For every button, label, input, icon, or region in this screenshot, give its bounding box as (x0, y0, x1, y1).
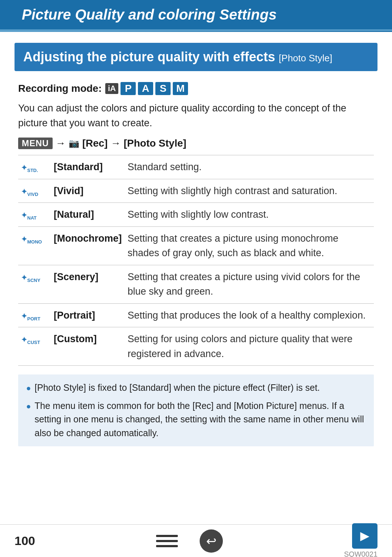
bottom-bar: 100 ↩ ► SQW0021 (0, 524, 392, 557)
row-name: [Standard] (51, 155, 124, 179)
row-desc: Setting that creates a picture using viv… (124, 265, 374, 303)
table-row: ✦MONO [Monochrome] Setting that creates … (18, 226, 374, 265)
arrow2: → (111, 138, 121, 149)
row-name: [Scenery] (51, 265, 124, 303)
header-underline (0, 31, 392, 32)
main-content: Recording mode: iA P A S M You can adjus… (0, 71, 392, 454)
table-row: ✦VIVD [Vivid] Setting with slightly high… (18, 179, 374, 203)
row-desc: Setting with slightly low contrast. (124, 203, 374, 227)
row-name: [Portrait] (51, 303, 124, 327)
row-name: [Natural] (51, 203, 124, 227)
row-name: [Custom] (51, 327, 124, 366)
page-header: Picture Quality and coloring Settings (0, 0, 392, 31)
description-text: You can adjust the colors and picture qu… (18, 101, 374, 130)
table-row: ✦STD. [Standard] Standard setting. (18, 155, 374, 179)
bottom-right: ► SQW0021 (344, 523, 377, 557)
style-label: [Photo Style] (124, 138, 187, 149)
camera-icon: 📷 (69, 138, 79, 148)
menu-line-2 (156, 540, 178, 542)
row-desc: Setting for using colors and picture qua… (124, 327, 374, 366)
table-row: ✦PORT [Portrait] Setting that produces t… (18, 303, 374, 327)
row-icon: ✦PORT (18, 303, 51, 327)
recording-mode-row: Recording mode: iA P A S M (18, 82, 374, 95)
row-desc: Setting that produces the look of a heal… (124, 303, 374, 327)
row-icon: ✦CUST (18, 327, 51, 366)
note-text: [Photo Style] is fixed to [Standard] whe… (34, 381, 320, 395)
menu-line-3 (156, 545, 178, 547)
row-icon: ✦NAT (18, 203, 51, 227)
section-title: Adjusting the picture quality with effec… (23, 49, 332, 64)
note-bullet: ● (26, 400, 31, 412)
bottom-icons: ↩ (156, 529, 223, 553)
recording-mode-label: Recording mode: (18, 83, 102, 94)
note-bullet: ● (26, 382, 31, 394)
mode-ia-icon: iA (105, 83, 118, 94)
row-name: [Monochrome] (51, 226, 124, 265)
page-number: 100 (15, 534, 35, 548)
menu-path: MENU → 📷 [Rec] → [Photo Style] (18, 138, 374, 149)
row-icon: ✦VIVD (18, 179, 51, 203)
menu-line-1 (156, 535, 178, 537)
table-row: ✦SCNY [Scenery] Setting that creates a p… (18, 265, 374, 303)
menu-label: MENU (18, 138, 53, 149)
row-desc: Standard setting. (124, 155, 374, 179)
row-icon: ✦SCNY (18, 265, 51, 303)
page-title: Picture Quality and coloring Settings (22, 7, 277, 22)
row-name: [Vivid] (51, 179, 124, 203)
note-text: The menu item is common for both the [Re… (34, 399, 366, 440)
notes-box: ● [Photo Style] is fixed to [Standard] w… (18, 374, 374, 446)
mode-icons: iA P A S M (105, 82, 188, 95)
arrow1: → (56, 138, 66, 149)
settings-table: ✦STD. [Standard] Standard setting. ✦VIVD… (18, 155, 374, 366)
row-icon: ✦STD. (18, 155, 51, 179)
model-number: SQW0021 (344, 550, 377, 557)
section-header: Adjusting the picture quality with effec… (15, 43, 377, 71)
mode-p-icon: P (121, 82, 136, 95)
mode-m-icon: M (173, 82, 188, 95)
mode-s-icon: S (155, 82, 171, 95)
row-icon: ✦MONO (18, 226, 51, 265)
note-item: ● [Photo Style] is fixed to [Standard] w… (26, 381, 366, 395)
note-item: ● The menu item is common for both the [… (26, 399, 366, 440)
back-icon[interactable]: ↩ (200, 529, 223, 553)
row-desc: Setting with slightly high contrast and … (124, 179, 374, 203)
menu-icon[interactable] (156, 532, 178, 550)
table-row: ✦NAT [Natural] Setting with slightly low… (18, 203, 374, 227)
row-desc: Setting that creates a picture using mon… (124, 226, 374, 265)
next-arrow[interactable]: ► (352, 523, 377, 549)
rec-label: [Rec] (82, 138, 108, 149)
mode-a-icon: A (138, 82, 153, 95)
table-row: ✦CUST [Custom] Setting for using colors … (18, 327, 374, 366)
